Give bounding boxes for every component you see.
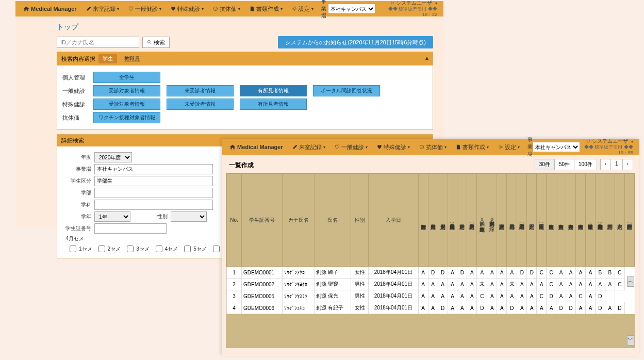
table-row[interactable]: 1GDEMO0001ｿｳｹﾞﾝｱﾔｺ創源 綺子女性2018年04月01日ADDA… (227, 267, 635, 279)
grade-cell: D (477, 302, 487, 314)
cell: 1 (227, 267, 242, 279)
sem-check[interactable]: 4セメ (154, 244, 178, 254)
nav-settings[interactable]: 設定▾ (287, 5, 318, 13)
grade-cell: A (586, 267, 596, 279)
collapse-icon[interactable]: ▴ (425, 54, 428, 61)
sem-check[interactable]: 3セメ (125, 244, 150, 254)
scrollbar-down-icon[interactable]: ﹀ (627, 335, 634, 346)
grade-cell: C (537, 267, 547, 279)
pagesize-button[interactable]: 30件 (535, 159, 555, 170)
col-header-vertical: 二次判定（尿糖） (467, 174, 477, 267)
nav-antibody[interactable]: 抗体価▾ (208, 5, 245, 13)
grade-cell: A (448, 302, 457, 314)
table-wrap: No.学生証番号カナ氏名氏名性別入学日身体計測判定尿蛋白判定尿潜血判定二次判定（… (226, 173, 635, 348)
grade-cell: A (428, 290, 438, 302)
grade-cell: D (595, 302, 605, 314)
site-label-2: 事業場 (527, 136, 533, 158)
grade-select[interactable]: 1年 (94, 211, 130, 222)
user-area-2[interactable]: システムユーザ ▾ ◆◆ 標準版デモ用 ◆◆ 19：55 (580, 137, 636, 157)
notice-button[interactable]: システムからのお知らせ(2020年11月20日15時6分時点) (278, 36, 433, 48)
heart-icon (171, 6, 176, 11)
sem-checkbox[interactable] (98, 246, 105, 252)
cell: 創源 保光 (315, 290, 351, 302)
nav-label: 抗体価 (426, 143, 443, 151)
grade-cell: A (448, 279, 457, 290)
pagesize-button[interactable]: 50件 (555, 159, 574, 170)
nav-special[interactable]: 特殊健診▾ (166, 5, 208, 13)
brand-2[interactable]: Medical Manager (225, 143, 288, 151)
cell: 創源 聖響 (315, 279, 351, 290)
grade-label: 学年 (62, 213, 91, 220)
search-button[interactable]: 検索 (142, 37, 170, 48)
tab-staff[interactable]: 教職員 (120, 54, 144, 63)
category-button[interactable]: 未受診者情報 (167, 85, 234, 96)
cell: 2018年04月01日 (369, 279, 419, 290)
demo-label-2: ◆◆ 標準版デモ用 ◆◆ (584, 144, 633, 150)
table-row[interactable]: 2GDEMO0002ｿｳｹﾞﾝｷﾖﾀｶ創源 聖響男性2018年04月01日AAA… (227, 279, 635, 290)
site-selector-2: 事業場 本社キャンパス (527, 136, 580, 158)
idcard-input[interactable] (94, 223, 167, 234)
sem-checkbox[interactable] (127, 246, 134, 252)
table-row[interactable]: 3GDEMO0005ｿｳｹﾞﾝﾔｽﾐﾂ創源 保光男性2018年04月01日AAA… (227, 290, 635, 302)
nav-docs-2[interactable]: 書類作成▾ (451, 143, 493, 151)
user-area-1[interactable]: システムユーザ ▾ ◆◆ 標準版デモ用 ◆◆ 18：22 (375, 0, 440, 19)
grade-cell: A (448, 290, 457, 302)
pager-button[interactable]: 1 (611, 159, 623, 170)
caret-icon: ▾ (159, 7, 161, 11)
col-header: No. (227, 174, 242, 267)
site-select-1[interactable]: 本社キャンパス (328, 4, 375, 14)
caret-icon: ▾ (280, 7, 283, 11)
site-select-2[interactable]: 本社キャンパス (533, 142, 580, 152)
category-button[interactable]: 有所見者情報 (240, 99, 307, 110)
heart-icon (377, 144, 382, 150)
svg-point-3 (420, 145, 424, 149)
category-button[interactable]: ポータル問診回答状況 (313, 85, 380, 96)
grade-cell: D (428, 267, 438, 279)
cell: GDEMO0001 (242, 267, 283, 279)
pager-button[interactable]: ‹ (600, 159, 611, 170)
site-input[interactable] (94, 164, 213, 174)
category-button[interactable]: 受診対象者情報 (93, 85, 160, 96)
clock-1: 18：22 (422, 12, 437, 17)
dept-input[interactable] (94, 200, 213, 210)
sem-check[interactable]: 1セメ (68, 244, 92, 254)
grade-cell: A (586, 302, 596, 314)
cell: 2 (227, 279, 242, 290)
year-select[interactable]: 2020年度 (94, 152, 132, 162)
nav-general-2[interactable]: 一般健診▾ (330, 143, 372, 151)
nav-visit-2[interactable]: 来室記録▾ (288, 143, 330, 151)
nav-settings-2[interactable]: 設定▾ (493, 143, 524, 151)
col-header-vertical: 二次判定（胸部X線） (487, 174, 497, 267)
sem-check[interactable]: 5セメ (182, 244, 207, 254)
cell: ｿｳｹﾞﾝﾔｽﾐﾂ (283, 290, 315, 302)
nav-special-2[interactable]: 特殊健診▾ (372, 143, 415, 151)
brand-1[interactable]: Medical Manager (19, 5, 81, 13)
category-button[interactable]: 未受診者情報 (167, 99, 234, 110)
search-input[interactable] (57, 37, 139, 48)
pagesize-button[interactable]: 100件 (574, 159, 597, 170)
nav-general[interactable]: 一般健診▾ (124, 5, 166, 13)
sex-select[interactable] (171, 211, 207, 222)
faculty-input[interactable] (94, 188, 213, 198)
nav-visit[interactable]: 来室記録▾ (81, 5, 124, 13)
tab-student[interactable]: 学生 (98, 54, 117, 63)
division-input[interactable] (94, 176, 213, 186)
grade-cell: A (497, 267, 507, 279)
table-row[interactable]: 4GDEMO0006ｿｳｹﾞﾝﾕｷｺ創源 有紀子女性2018年04月01日AAD… (227, 302, 635, 314)
nav-docs[interactable]: 書類作成▾ (245, 5, 287, 13)
scrollbar-up-icon[interactable]: ︿ (627, 276, 634, 287)
sem-checkbox[interactable] (213, 246, 220, 252)
sem-checkbox[interactable] (184, 246, 191, 252)
category-button[interactable]: ワクチン接種対象者情報 (93, 112, 160, 123)
nav-special-label: 特殊健診 (177, 5, 200, 13)
category-button[interactable]: 全学生 (93, 72, 160, 83)
category-button[interactable]: 有所見者情報 (240, 85, 307, 96)
svg-point-0 (213, 7, 218, 11)
sem-checkbox[interactable] (70, 246, 76, 252)
sem-checkbox[interactable] (156, 246, 162, 252)
nav-antibody-2[interactable]: 抗体価▾ (415, 143, 451, 151)
faculty-label: 学部 (62, 189, 91, 197)
pager-button[interactable]: › (623, 159, 633, 170)
sem-check[interactable]: 2セメ (96, 244, 121, 254)
category-button[interactable]: 受診対象者情報 (93, 99, 160, 110)
